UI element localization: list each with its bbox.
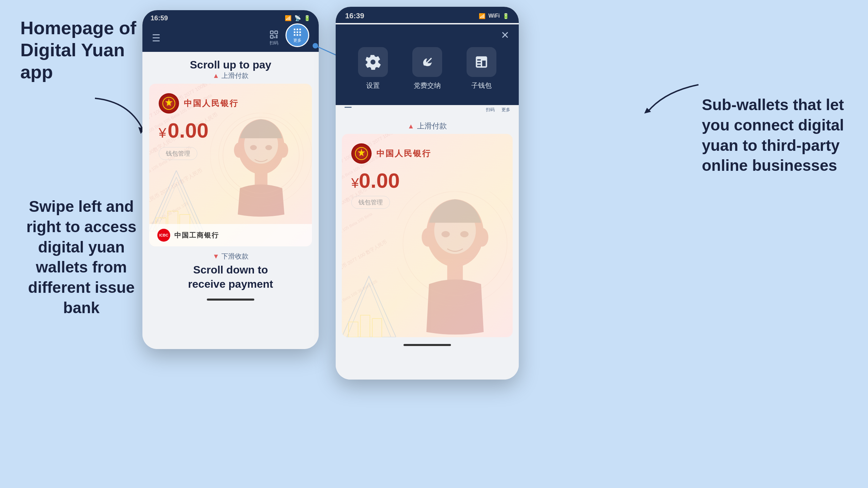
svg-rect-70: [372, 319, 382, 337]
more-label-right: 更多: [501, 107, 510, 113]
wallet-card-right: 2077 100数字人民币 2077 100数字人民币 105 Beta 105…: [342, 134, 513, 337]
scroll-down-section-left: ▼ 下滑收款 Scroll down toreceive payment: [142, 246, 319, 294]
scroll-down-cn-left: ▼ 下滑收款: [142, 252, 319, 261]
svg-rect-11: [297, 28, 298, 30]
status-bar-left: 16:59 📶 📡 🔋: [142, 10, 319, 24]
svg-marker-32: [149, 170, 203, 231]
svg-point-63: [460, 231, 469, 237]
party-icon-circle: [412, 47, 442, 77]
signal-right: 📶: [479, 13, 486, 19]
geo-pattern-left: [149, 170, 203, 231]
more-btn-left[interactable]: 更多: [285, 23, 309, 47]
scroll-up-title-left: Scroll up to pay: [142, 59, 319, 71]
wallet-balance-right: ¥0.00: [351, 168, 503, 192]
more-label-left: 更多: [293, 38, 301, 43]
wallet-footer-left: ICBC 中国工商银行: [149, 224, 312, 246]
dropdown-items-right: 设置 党费交纳: [336, 44, 519, 97]
svg-rect-17: [297, 34, 298, 36]
status-bar-right: 16:39 📶 WiFi 🔋: [336, 7, 519, 23]
svg-rect-13: [294, 31, 296, 33]
icbc-logo-left: ICBC: [157, 229, 170, 242]
pboc-seal-left: [159, 93, 179, 114]
wallet-card-inner-right: 中国人民银行 ¥0.00 钱包管理: [342, 134, 513, 217]
svg-rect-12: [299, 28, 301, 30]
svg-rect-69: [360, 315, 370, 337]
svg-marker-33: [153, 177, 200, 231]
scroll-up-section-left: Scroll up to pay ▲ 上滑付款: [142, 52, 319, 84]
nav-bar-left[interactable]: ☰ 扫码: [142, 24, 319, 52]
scroll-down-title-left: Scroll down toreceive payment: [142, 263, 319, 291]
phone-right: 16:39 📶 WiFi 🔋 ✕: [336, 7, 519, 380]
wallet-balance-left: ¥0.00: [159, 118, 302, 142]
subwallet-label: 子钱包: [471, 81, 492, 90]
close-btn-right[interactable]: ✕: [501, 29, 509, 41]
more-btn-container-left: 更多: [285, 29, 309, 47]
scan-label-right: 扫码: [486, 107, 495, 113]
wifi-icon-left: 📡: [294, 15, 301, 21]
phone-right-content: ☰ 扫码: [336, 92, 519, 380]
annotation-swipe: Swipe left and right to access digital y…: [10, 197, 153, 318]
annotation-homepage: Homepage of Digital Yuan app: [20, 17, 149, 83]
dropdown-item-settings[interactable]: 设置: [358, 47, 388, 90]
balance-amount-right: 0.00: [359, 169, 400, 192]
svg-point-62: [441, 231, 450, 237]
time-left: 16:59: [151, 14, 168, 22]
currency-symbol-right: ¥: [351, 176, 359, 190]
signal-icon-left: 📶: [285, 15, 292, 21]
settings-label: 设置: [366, 81, 380, 90]
phone-right-screen: 16:39 📶 WiFi 🔋 ✕: [336, 7, 519, 380]
battery-right: 🔋: [502, 13, 509, 19]
svg-marker-66: [342, 276, 396, 337]
svg-rect-2: [271, 31, 273, 34]
settings-icon-circle: [358, 47, 388, 77]
svg-marker-56: [358, 148, 365, 156]
svg-point-59: [422, 228, 434, 247]
hamburger-left[interactable]: ☰: [152, 33, 160, 44]
svg-rect-3: [275, 31, 277, 34]
bank-name-right: 中国人民银行: [376, 148, 431, 159]
time-right: 16:39: [345, 12, 364, 20]
svg-rect-10: [294, 28, 296, 30]
svg-point-21: [167, 101, 171, 105]
currency-symbol-left: ¥: [159, 125, 166, 140]
dropdown-item-party[interactable]: 党费交纳: [412, 47, 442, 90]
pboc-seal-right: [351, 143, 372, 164]
scan-label-left: 扫码: [270, 40, 278, 46]
svg-point-60: [476, 228, 488, 247]
svg-rect-14: [297, 31, 298, 33]
svg-rect-15: [299, 31, 301, 33]
home-indicator-left: [207, 299, 254, 301]
balance-amount-left: 0.00: [167, 119, 209, 142]
scroll-up-cn-left: ▲ 上滑付款: [142, 71, 319, 80]
annotation-subwallets: Sub-wallets that let you connect digital…: [702, 95, 851, 176]
wallet-manage-left[interactable]: 钱包管理: [159, 147, 197, 160]
wallet-manage-right[interactable]: 钱包管理: [351, 196, 390, 209]
subwallet-icon-circle: [467, 47, 496, 77]
icbc-bank-name-left: 中国工商银行: [174, 231, 219, 240]
status-icons-left: 📶 📡 🔋: [285, 15, 311, 21]
battery-icon-left: 🔋: [304, 15, 311, 21]
status-icons-right: 📶 WiFi 🔋: [479, 13, 509, 19]
wallet-card-left: 2077 100数字人民币 2077 100数字人民币 2077 105 Bet…: [149, 84, 312, 246]
phone-left: 16:59 📶 📡 🔋 ☰: [142, 10, 319, 349]
scroll-up-section-right: ▲ 上滑付款: [336, 118, 519, 134]
wifi-right: WiFi: [488, 13, 500, 19]
geo-pattern-right: [342, 269, 396, 337]
phone-left-screen: 16:59 📶 📡 🔋 ☰: [142, 10, 319, 349]
bank-name-left: 中国人民银行: [184, 98, 239, 109]
home-indicator-right: [403, 344, 451, 346]
scan-btn-left[interactable]: 扫码: [269, 30, 279, 46]
svg-rect-16: [294, 34, 296, 36]
wallet-card-inner-left: 中国人民银行 ¥0.00 钱包管理: [149, 84, 312, 168]
dropdown-overlay-right: ✕ 设置: [336, 24, 519, 105]
svg-rect-18: [299, 34, 301, 36]
svg-rect-4: [271, 35, 273, 38]
dropdown-close-bar: ✕: [336, 24, 519, 44]
nav-icons-right-left: 扫码: [269, 29, 309, 47]
party-label: 党费交纳: [414, 81, 441, 90]
dropdown-item-subwallet[interactable]: 子钱包: [467, 47, 496, 90]
